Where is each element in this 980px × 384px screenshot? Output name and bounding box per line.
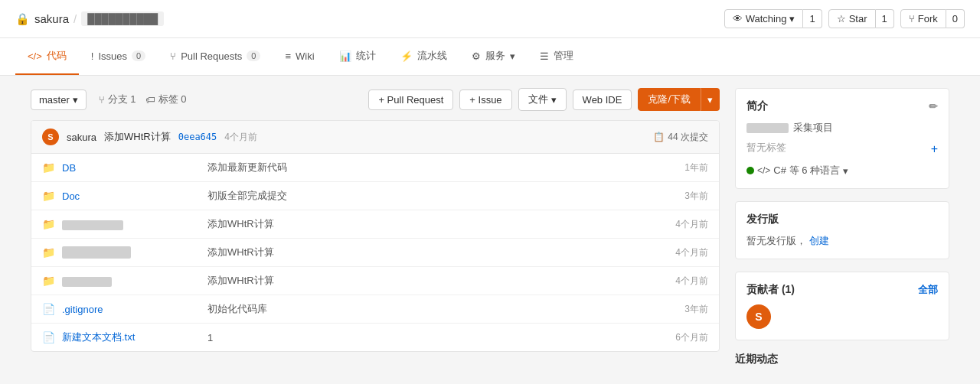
commit-count-icon: 📋 — [653, 132, 665, 142]
file-name-gitignore[interactable]: .gitignore — [62, 304, 200, 315]
branch-selector[interactable]: master ▾ — [31, 89, 87, 110]
watch-button-group: 👁 Watching ▾ 1 — [724, 9, 822, 28]
release-content: 暂无发行版， 创建 — [746, 234, 938, 248]
commit-count: 📋 44 次提交 — [653, 131, 708, 144]
tab-code[interactable]: </> 代码 — [15, 38, 79, 75]
file-time-b1: 4个月前 — [647, 218, 708, 231]
file-commit-msg-db: 添加最新更新代码 — [207, 161, 639, 174]
eye-icon: 👁 — [733, 13, 743, 24]
tab-pipeline-label: 流水线 — [417, 49, 447, 63]
tab-code-label: 代码 — [47, 49, 67, 63]
file-name-blurred-3 — [62, 275, 200, 286]
file-name-txt[interactable]: 新建文本文档.txt — [62, 330, 200, 344]
tab-pullrequests[interactable]: ⑂ Pull Requests 0 — [158, 40, 273, 74]
create-release-link[interactable]: 创建 — [809, 235, 829, 246]
lang-dot-icon — [746, 167, 754, 174]
tab-wiki[interactable]: ≡ Wiki — [273, 40, 326, 74]
intro-title-label: 简介 — [746, 99, 768, 113]
file-time-doc: 3年前 — [647, 190, 708, 203]
contrib-title-label: 贡献者 (1) — [746, 283, 795, 297]
tab-service[interactable]: ⚙ 服务 ▾ — [459, 38, 528, 75]
blurred-name-3 — [62, 277, 112, 287]
contrib-all-link[interactable]: 全部 — [918, 283, 938, 297]
owner-name: sakura — [34, 12, 69, 25]
tab-stats[interactable]: 📊 统计 — [327, 38, 388, 75]
file-name-blurred-1 — [62, 218, 200, 229]
tab-issues[interactable]: ! Issues 0 — [79, 40, 158, 74]
star-count: 1 — [876, 9, 894, 28]
service-caret-icon: ▾ — [510, 50, 515, 62]
table-row: 📄 新建文本文档.txt 1 6个月前 — [31, 324, 719, 351]
file-name-doc[interactable]: Doc — [62, 190, 200, 202]
branch-count: ⑂ 分支 1 — [99, 93, 136, 106]
tab-pr-label: Pull Requests — [181, 50, 242, 62]
repo-main: master ▾ ⑂ 分支 1 🏷 标签 0 + Pull Request + … — [31, 88, 720, 366]
file-table: S sakura 添加WHtR计算 0eea645 4个月前 📋 44 次提交 … — [31, 120, 720, 352]
fork-icon: ⑂ — [909, 13, 915, 24]
clone-btn-label: 克隆/下载 — [648, 93, 691, 106]
repo-sidebar: 简介 ✏ 采集项目 暂无标签 + </> C# 等 6 种语言 ▾ 发行版 — [735, 88, 949, 366]
star-button-group: ☆ Star 1 — [828, 9, 894, 28]
edit-description-button[interactable]: ✏ — [929, 100, 938, 112]
pull-request-btn-label: + Pull Request — [378, 94, 443, 106]
lang-label: C# 等 6 种语言 — [773, 164, 840, 177]
issue-button[interactable]: + Issue — [459, 89, 511, 110]
clone-caret-button[interactable]: ▾ — [701, 88, 720, 111]
service-icon: ⚙ — [472, 50, 481, 62]
clone-button[interactable]: 克隆/下载 — [638, 88, 701, 111]
commit-time: 4个月前 — [224, 131, 257, 144]
top-actions: 👁 Watching ▾ 1 ☆ Star 1 ⑂ Fork 0 — [724, 9, 965, 28]
clone-group: 克隆/下载 ▾ — [638, 88, 720, 111]
table-row: 📁 DB 添加最新更新代码 1年前 — [31, 154, 719, 182]
commit-author: sakura — [67, 132, 96, 143]
fork-toggle[interactable]: ⑂ Fork — [900, 9, 946, 28]
watch-label: Watching — [746, 13, 787, 24]
contrib-title: 贡献者 (1) 全部 — [746, 283, 938, 297]
tag-count: 🏷 标签 0 — [145, 93, 187, 106]
clone-caret-icon: ▾ — [707, 94, 713, 106]
webide-button[interactable]: Web IDE — [573, 89, 632, 110]
slash: / — [74, 12, 77, 25]
wiki-icon: ≡ — [285, 50, 291, 62]
repo-title: 🔒 sakura / ██████████ — [15, 11, 164, 26]
lang-caret-icon: ▾ — [843, 165, 848, 177]
no-release-text: 暂无发行版， — [746, 235, 806, 246]
star-toggle[interactable]: ☆ Star — [828, 9, 876, 28]
no-tag-label: 暂无标签 — [746, 141, 786, 155]
tag-count-label: 标签 0 — [158, 93, 187, 106]
commit-hash: 0eea645 — [178, 132, 217, 142]
pr-icon: ⑂ — [170, 50, 176, 62]
blurred-name-2 — [62, 246, 131, 259]
folder-icon: 📁 — [42, 275, 54, 287]
contrib-avatars: S — [746, 304, 938, 329]
branch-info: ⑂ 分支 1 🏷 标签 0 — [99, 93, 187, 106]
pull-request-button[interactable]: + Pull Request — [368, 89, 453, 110]
tab-pipeline[interactable]: ⚡ 流水线 — [388, 38, 459, 75]
intro-section: 简介 ✏ 采集项目 暂无标签 + </> C# 等 6 种语言 ▾ — [735, 88, 949, 189]
intro-title: 简介 ✏ — [746, 99, 938, 113]
tab-admin[interactable]: ☰ 管理 — [528, 38, 586, 75]
desc-blurred — [746, 123, 789, 133]
star-icon: ☆ — [837, 13, 846, 24]
file-button[interactable]: 文件 ▾ — [518, 88, 567, 111]
star-label: Star — [849, 13, 867, 24]
contrib-avatar-sakura[interactable]: S — [746, 304, 771, 329]
branch-label: master — [39, 94, 70, 106]
folder-icon: 📁 — [42, 218, 54, 230]
contributors-section: 贡献者 (1) 全部 S — [735, 272, 949, 340]
recent-title: 近期动态 — [735, 353, 778, 365]
file-time-b3: 4个月前 — [647, 275, 708, 288]
file-btn-label: 文件 — [528, 93, 548, 106]
lang-icon: </> — [757, 165, 770, 176]
add-tag-button[interactable]: + — [931, 142, 938, 156]
main-content: master ▾ ⑂ 分支 1 🏷 标签 0 + Pull Request + … — [15, 76, 965, 379]
commit-info-row: S sakura 添加WHtR计算 0eea645 4个月前 📋 44 次提交 — [31, 121, 719, 154]
watch-toggle[interactable]: 👁 Watching ▾ — [724, 9, 804, 28]
lock-icon: 🔒 — [15, 12, 30, 26]
nav-tabs: </> 代码 ! Issues 0 ⑂ Pull Requests 0 ≡ Wi… — [0, 38, 980, 76]
file-txt-icon: 📄 — [42, 331, 54, 343]
file-doc-icon: 📄 — [42, 303, 54, 315]
file-name-db[interactable]: DB — [62, 162, 200, 174]
tab-stats-label: 统计 — [356, 49, 376, 63]
fork-button-group: ⑂ Fork 0 — [900, 9, 965, 28]
